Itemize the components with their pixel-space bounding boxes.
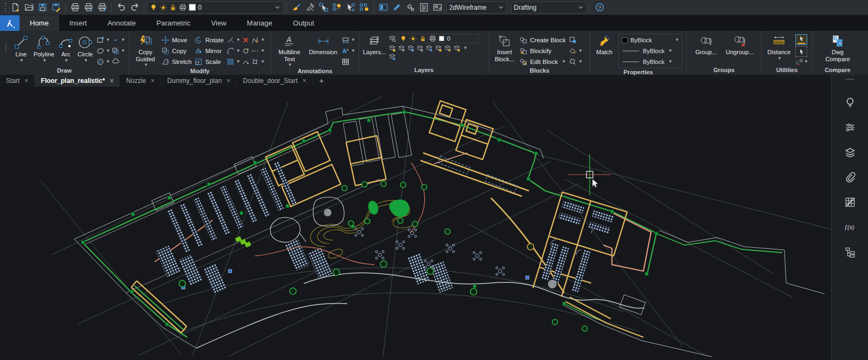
doc-tab-double-door-start[interactable]: Double_door_Start× [237, 75, 313, 87]
sidebar-item-structure[interactable] [844, 246, 856, 258]
multiline-text-button[interactable]: A Multiline Text▼ [275, 34, 304, 67]
ungroup-button[interactable]: } Ungroup... [724, 34, 756, 56]
undo-button[interactable] [114, 1, 127, 14]
mirror-button[interactable]: Mirror [195, 46, 224, 56]
move-button[interactable]: Move [162, 35, 192, 45]
rotate-button[interactable]: Rotate [195, 35, 224, 45]
layer-freeze-icon[interactable] [407, 44, 414, 52]
sidebar-item-attachments[interactable] [844, 171, 856, 183]
table-button[interactable] [342, 56, 355, 67]
render-settings-button[interactable] [431, 1, 444, 14]
close-icon[interactable]: × [227, 77, 231, 85]
sidebar-item-properties[interactable] [844, 121, 856, 133]
tab-parametric[interactable]: Parametric [146, 15, 201, 31]
tab-home[interactable]: Home [20, 15, 59, 31]
layer-unisolate-icon[interactable] [398, 44, 405, 52]
linetype-dropdown[interactable]: ByBlock ▼ [620, 46, 681, 56]
tab-output[interactable]: Output [283, 15, 324, 31]
doc-tab-floor-plan-realistic[interactable]: Floor_plan_realistic*× [35, 75, 120, 87]
distance-button[interactable]: Distance▼ [765, 34, 793, 61]
publish-button[interactable] [95, 1, 108, 14]
array-button[interactable]: ▼ [227, 56, 240, 67]
clear-selection-button[interactable] [344, 1, 357, 14]
point-button[interactable]: ▼ [112, 35, 125, 45]
tab-insert[interactable]: Insert [59, 15, 98, 31]
sidebar-item-fields[interactable]: ƒ(x) [844, 221, 856, 233]
fillet-button[interactable]: ▼ [227, 46, 240, 56]
save-block-button[interactable] [569, 35, 583, 45]
floor-plan-drawing[interactable] [0, 87, 831, 360]
layer-current-icon[interactable] [425, 44, 433, 52]
sidebar-item-layers[interactable] [844, 146, 856, 158]
isolate-objects-button[interactable] [330, 1, 343, 14]
explode-button[interactable]: ▼ [251, 56, 265, 67]
hatch-button[interactable]: ▼ [97, 56, 110, 67]
layer-search-icon[interactable] [388, 35, 396, 42]
copy-button[interactable]: Copy [162, 46, 192, 56]
layer-dropdown[interactable]: 0 [147, 2, 284, 14]
lineweight-dropdown[interactable]: ByBlock ▼ [620, 57, 681, 67]
break-button[interactable] [242, 46, 250, 56]
circle-button[interactable]: Circle▼ [77, 34, 93, 63]
polyline-button[interactable]: Polyline▼ [34, 34, 55, 63]
sidebar-item-tips[interactable] [844, 97, 856, 108]
stretch-button[interactable]: Stretch [162, 56, 192, 67]
layer-states-icon[interactable] [388, 53, 396, 61]
toolbar-grip[interactable] [3, 3, 8, 12]
layer-match-icon[interactable] [435, 44, 442, 52]
arc-button[interactable]: Arc▼ [58, 34, 74, 63]
settings-button[interactable] [404, 1, 417, 14]
stamp-button[interactable]: ▼ [569, 56, 583, 67]
redo-button[interactable] [128, 1, 141, 14]
line-button[interactable]: Line▼ [12, 34, 30, 63]
save-as-button[interactable] [49, 1, 62, 14]
doc-tab-start[interactable]: Start× [0, 75, 35, 87]
panels-toggle-button[interactable] [376, 1, 390, 14]
layer-off-icon[interactable] [416, 44, 424, 52]
draw-order-button[interactable] [390, 1, 403, 14]
rectangle-button[interactable]: ▼ [97, 35, 110, 45]
open-file-button[interactable] [22, 1, 35, 14]
properties-panel-button[interactable] [417, 1, 430, 14]
scale-button[interactable]: Scale [195, 56, 224, 67]
tab-view[interactable]: View [201, 15, 237, 31]
new-tab-button[interactable]: + [313, 75, 330, 87]
copy-guided-button[interactable]: Copy Guided▼ [132, 34, 158, 67]
create-block-button[interactable]: Create Block [520, 35, 566, 45]
trim-button[interactable]: ▼ [227, 35, 240, 45]
close-icon[interactable]: × [303, 77, 307, 85]
revcloud-button[interactable] [112, 56, 125, 67]
erase-button[interactable] [242, 35, 250, 45]
app-menu-button[interactable] [0, 15, 20, 31]
tab-annotate[interactable]: Annotate [97, 15, 146, 31]
visual-style-dropdown[interactable]: 2dWireframe [446, 2, 507, 14]
match-button[interactable]: Match [593, 34, 615, 56]
close-icon[interactable]: × [151, 77, 155, 85]
sidebar-grip[interactable] [845, 75, 856, 83]
ellipse-button[interactable]: ▼ [97, 46, 110, 56]
insert-block-button[interactable]: Insert Block... [493, 34, 516, 62]
group-button[interactable]: } Group... [692, 34, 720, 56]
blockify-button[interactable]: Blockify [520, 46, 566, 56]
ribbon-grip[interactable] [3, 34, 9, 53]
region-button[interactable]: ▼ [112, 46, 125, 56]
close-icon[interactable]: × [110, 77, 113, 85]
selection-options-button[interactable] [795, 46, 807, 57]
lengthen-button[interactable]: ▼ [251, 46, 265, 56]
new-file-button[interactable] [9, 1, 22, 14]
ribbon-layer-dropdown[interactable]: 0 [398, 34, 479, 43]
edit-button[interactable]: ▼ [251, 35, 265, 45]
layers-manager-button[interactable]: Layers... [362, 34, 386, 56]
tab-manage[interactable]: Manage [237, 15, 283, 31]
match-properties-button[interactable] [290, 1, 303, 14]
layer-isolate-icon[interactable] [388, 44, 396, 52]
layer-lock-tool-icon[interactable] [444, 44, 451, 52]
sidebar-item-sheet-set[interactable] [844, 196, 856, 208]
select-mode-button[interactable] [795, 34, 807, 45]
quick-select-button[interactable] [317, 1, 330, 14]
color-dropdown[interactable]: ByBlock ▼ [620, 35, 681, 45]
workspace-dropdown[interactable]: Drafting [511, 2, 587, 14]
dimension-button[interactable]: Dimension [308, 34, 339, 56]
close-icon[interactable]: × [24, 77, 28, 85]
doc-tab-dummy-floor-plan[interactable]: Dummy_floor_plan× [161, 75, 237, 87]
